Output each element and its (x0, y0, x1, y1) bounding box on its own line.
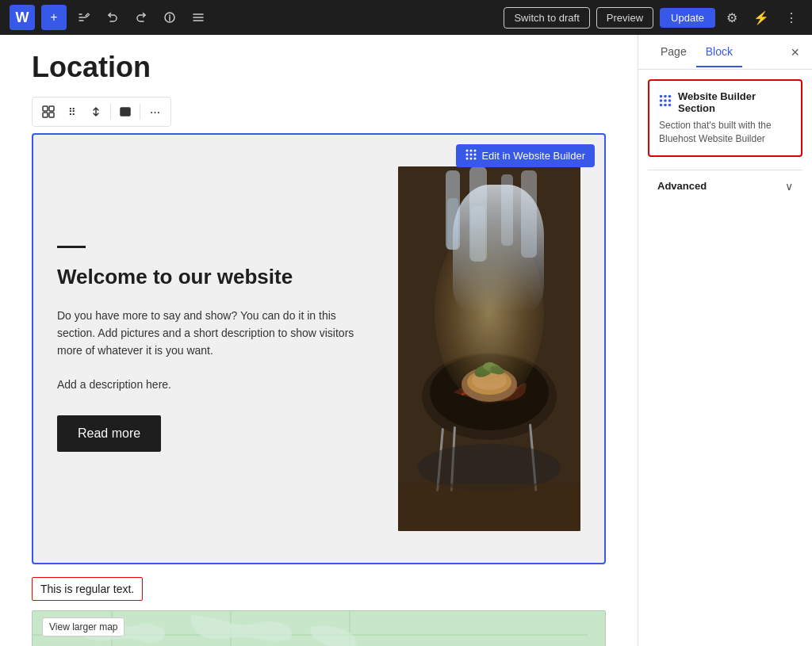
update-button[interactable]: Update (660, 8, 715, 28)
svg-point-11 (474, 154, 477, 156)
website-builder-section-card: Website Builder Section Section that's b… (648, 79, 802, 157)
edit-in-website-builder-button[interactable]: Edit in Website Builder (456, 144, 595, 167)
wb-body-text: Do you have more to say and show? You ca… (57, 307, 366, 360)
redo-button[interactable] (130, 6, 152, 29)
move-up-down-button[interactable] (85, 101, 107, 123)
svg-point-26 (472, 371, 507, 390)
more-options-button[interactable]: ⋮ (780, 7, 802, 29)
toolbar-divider-2 (140, 104, 140, 120)
tab-page[interactable]: Page (651, 37, 696, 67)
svg-rect-2 (49, 106, 54, 111)
website-builder-section-block: Edit in Website Builder Welcome to our w… (32, 133, 606, 564)
sidebar-body: Website Builder Section Section that's b… (638, 70, 812, 646)
svg-point-13 (470, 158, 473, 160)
info-icon[interactable] (159, 6, 181, 29)
svg-rect-4 (49, 113, 54, 117)
grid-dots-blue-icon (659, 94, 672, 110)
undo-button[interactable] (102, 6, 124, 29)
edit-in-wb-label: Edit in Website Builder (481, 150, 585, 162)
more-block-options-button[interactable]: ⋯ (144, 101, 166, 123)
align-button[interactable] (114, 101, 136, 123)
svg-point-24 (462, 367, 517, 402)
svg-point-25 (467, 369, 511, 395)
food-image (398, 166, 580, 531)
svg-rect-3 (43, 113, 48, 117)
right-sidebar: Page Block × Website Builder Section Sec… (638, 35, 812, 646)
wb-section-card-title: Website Builder Section (678, 90, 791, 114)
svg-point-49 (660, 104, 663, 107)
svg-point-14 (474, 158, 477, 160)
tools-icon[interactable] (73, 6, 95, 29)
block-type-button[interactable] (37, 101, 59, 123)
settings-gear-button[interactable]: ⚙ (722, 7, 742, 29)
chevron-down-icon: ∨ (785, 180, 793, 193)
top-toolbar: W + Switch to draft Preview Update ⚙ ⚡ ⋮ (0, 0, 812, 35)
svg-point-10 (470, 154, 473, 156)
toolbar-divider (110, 104, 111, 120)
svg-point-23 (430, 354, 549, 430)
preview-button[interactable]: Preview (596, 7, 653, 29)
svg-rect-18 (501, 174, 513, 246)
advanced-label: Advanced (657, 180, 707, 192)
svg-point-50 (664, 104, 667, 107)
main-layout: Location ⠿ ⋯ Edit in Website Build (0, 35, 812, 646)
svg-point-29 (483, 361, 496, 370)
wb-content-area: Welcome to our website Do you have more … (33, 135, 604, 563)
wb-section-card-header: Website Builder Section (659, 90, 791, 114)
wb-divider-line (57, 246, 86, 248)
wb-desc-text: Add a description here. (57, 376, 366, 393)
svg-point-46 (660, 99, 663, 102)
svg-rect-19 (521, 170, 537, 258)
svg-rect-20 (447, 198, 458, 250)
svg-point-7 (470, 150, 473, 152)
regular-text-block: This is regular text. (32, 577, 143, 601)
svg-rect-5 (121, 108, 130, 116)
read-more-button[interactable]: Read more (57, 415, 161, 452)
map-area: View larger map (32, 610, 606, 646)
wb-image-column (398, 166, 580, 531)
svg-point-51 (668, 104, 672, 107)
svg-point-12 (466, 158, 469, 160)
page-title: Location (32, 51, 606, 84)
svg-rect-1 (43, 106, 48, 111)
advanced-section[interactable]: Advanced ∨ (648, 170, 802, 202)
drag-handle-button[interactable]: ⠿ (61, 101, 83, 123)
svg-point-45 (668, 95, 672, 98)
view-larger-map-button[interactable]: View larger map (42, 617, 124, 636)
lightning-button[interactable]: ⚡ (749, 7, 774, 29)
sidebar-header: Page Block × (638, 35, 812, 70)
svg-point-47 (664, 99, 667, 102)
wp-logo: W (10, 5, 35, 30)
tab-block[interactable]: Block (696, 37, 742, 67)
svg-point-44 (664, 95, 667, 98)
block-toolbar: ⠿ ⋯ (32, 97, 171, 127)
svg-rect-35 (398, 484, 580, 531)
svg-point-6 (466, 150, 469, 152)
svg-rect-21 (471, 206, 485, 262)
switch-to-draft-button[interactable]: Switch to draft (504, 7, 589, 29)
svg-point-30 (489, 365, 505, 376)
add-block-button[interactable]: + (41, 5, 67, 30)
svg-rect-17 (469, 166, 487, 262)
svg-point-9 (466, 154, 469, 156)
svg-point-28 (485, 362, 502, 374)
grid-dots-icon (465, 149, 477, 162)
food-image-placeholder (398, 166, 580, 531)
svg-point-8 (474, 150, 477, 152)
wb-section-card-description: Section that's built with the Bluehost W… (659, 119, 791, 146)
svg-point-48 (668, 99, 672, 102)
sidebar-close-button[interactable]: × (791, 45, 799, 59)
svg-point-27 (473, 362, 494, 379)
svg-point-43 (660, 95, 663, 98)
editor-area: Location ⠿ ⋯ Edit in Website Build (0, 35, 638, 646)
wb-text-column: Welcome to our website Do you have more … (57, 166, 382, 531)
wb-heading: Welcome to our website (57, 264, 366, 291)
list-view-icon[interactable] (187, 6, 209, 29)
